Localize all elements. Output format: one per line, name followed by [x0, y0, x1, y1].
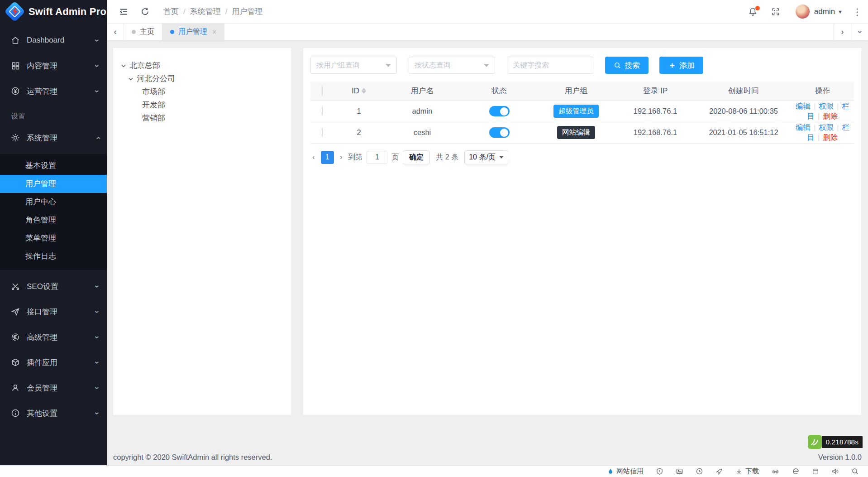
permission-link[interactable]: 权限 — [819, 102, 834, 110]
caret-down-icon — [386, 64, 391, 67]
paper-plane-icon — [11, 307, 20, 316]
sidebar-item-label: 插件应用 — [27, 357, 57, 368]
pagination: ‹ 1 › 到第 页 确定 共 2 条 10 条/页 — [310, 150, 854, 164]
status-toggle[interactable] — [489, 106, 510, 116]
collapse-menu-icon[interactable] — [119, 7, 129, 17]
history-clock-icon[interactable] — [696, 467, 703, 475]
reading-mode-icon[interactable] — [771, 467, 780, 475]
status-toggle[interactable] — [489, 127, 510, 138]
refresh-icon[interactable] — [140, 7, 150, 16]
tabs-scroll-right[interactable]: › — [834, 24, 851, 40]
add-button[interactable]: ＋ 添加 — [659, 57, 703, 74]
chevron-down-icon: › — [93, 386, 101, 389]
tree-expand-icon[interactable] — [128, 76, 134, 82]
per-page-select[interactable]: 10 条/页 — [464, 150, 508, 164]
sidebar-menu: Dashboard › 内容管理 › 运营管理 › 设置 系统管理 › 基本设置… — [0, 23, 107, 422]
sidebar-subitem-user-management[interactable]: 用户管理 — [0, 175, 107, 193]
keyword-search-input[interactable] — [507, 57, 593, 74]
tree-node-leaf-dev[interactable]: 开发部 — [120, 98, 291, 111]
users-table: ID 用户名 状态 用户组 登录 IP 创建时间 操作 1 admin 超级管理… — [310, 82, 854, 144]
sidebar-item-system[interactable]: 系统管理 › — [0, 129, 107, 147]
tab-home[interactable]: 主页 — [124, 24, 162, 40]
prev-page-icon[interactable]: ‹ — [310, 153, 317, 162]
tree-node-branch[interactable]: 河北分公司 — [120, 72, 291, 85]
user-group-badge: 超级管理员 — [553, 105, 599, 118]
yen-icon — [11, 87, 20, 96]
load-time: 0.218788s — [822, 436, 863, 448]
sidebar-item-operation[interactable]: 运营管理 › — [0, 82, 107, 100]
image-icon[interactable] — [676, 467, 683, 475]
fullscreen-icon[interactable] — [771, 7, 780, 16]
sidebar-item-api[interactable]: 接口管理 › — [0, 303, 107, 321]
user-icon — [11, 383, 20, 392]
row-checkbox[interactable] — [322, 106, 323, 116]
status-select[interactable]: 按状态查询 — [409, 57, 495, 74]
sidebar-subitem-operation-log[interactable]: 操作日志 — [0, 247, 107, 265]
breadcrumb-users[interactable]: 用户管理 — [232, 6, 262, 17]
sound-icon[interactable] — [831, 467, 839, 475]
search-page-icon[interactable] — [851, 467, 859, 475]
sidebar-subitem-user-center[interactable]: 用户中心 — [0, 193, 107, 211]
page-footer: copyright © 2020 SwiftAdmin all rights r… — [113, 453, 862, 462]
page-number-button[interactable]: 1 — [321, 151, 334, 164]
tree-node-root[interactable]: 北京总部 — [120, 59, 291, 72]
notifications-bell-icon[interactable] — [748, 7, 758, 16]
user-table-panel: 按用户组查询 按状态查询 搜索 ＋ 添加 ID 用户名 状态 用户组 登录 IP — [303, 48, 861, 415]
breadcrumb-system[interactable]: 系统管理 — [190, 6, 221, 17]
window-split-icon[interactable] — [812, 468, 819, 475]
goto-page-input[interactable] — [367, 151, 387, 164]
app-title: Swift Admin Pro — [29, 6, 106, 18]
sidebar-item-dashboard[interactable]: Dashboard › — [0, 31, 107, 49]
sidebar-item-other[interactable]: 其他设置 › — [0, 404, 107, 422]
sidebar-item-label: 运营管理 — [27, 86, 57, 96]
more-options-icon[interactable]: ⋮ — [853, 6, 862, 17]
shield-icon[interactable] — [656, 467, 663, 475]
user-menu[interactable]: admin ▼ — [814, 7, 843, 16]
close-icon[interactable]: × — [212, 28, 216, 36]
tree-node-leaf-sales[interactable]: 营销部 — [120, 111, 291, 125]
rocket-icon[interactable] — [715, 467, 723, 475]
chevron-down-icon: › — [93, 412, 101, 414]
site-credit-item[interactable]: 网站信用 — [607, 467, 644, 476]
box-icon — [11, 358, 20, 367]
cell-username: admin — [384, 101, 461, 122]
sidebar-item-advanced[interactable]: 高级管理 › — [0, 328, 107, 346]
sidebar-subitem-role-management[interactable]: 角色管理 — [0, 211, 107, 229]
sidebar-subitem-basic-settings[interactable]: 基本设置 — [0, 157, 107, 175]
sidebar-section-label: 设置 — [0, 107, 107, 129]
tree-expand-icon[interactable] — [120, 63, 127, 69]
sidebar-item-plugins[interactable]: 插件应用 › — [0, 353, 107, 371]
chevron-down-icon: › — [93, 310, 101, 313]
tab-user-management[interactable]: 用户管理 × — [162, 24, 224, 40]
tabs-menu-dropdown[interactable]: › — [851, 24, 868, 40]
search-button[interactable]: 搜索 — [605, 57, 649, 74]
tree-node-leaf-market[interactable]: 市场部 — [120, 85, 291, 98]
breadcrumb-home[interactable]: 首页 — [163, 6, 179, 17]
row-checkbox[interactable] — [322, 128, 323, 137]
delete-link[interactable]: 删除 — [823, 133, 838, 141]
tabs-scroll-left[interactable]: ‹ — [107, 24, 124, 40]
next-page-icon[interactable]: › — [338, 153, 344, 162]
download-item[interactable]: 下载 — [735, 467, 759, 476]
sort-icon[interactable] — [362, 88, 366, 94]
chevron-down-icon: › — [93, 361, 101, 364]
user-group-select[interactable]: 按用户组查询 — [310, 57, 397, 74]
confirm-page-button[interactable]: 确定 — [403, 150, 430, 164]
delete-link[interactable]: 删除 — [823, 112, 838, 120]
sidebar-subitem-menu-management[interactable]: 菜单管理 — [0, 229, 107, 247]
select-all-checkbox[interactable] — [322, 86, 323, 96]
sidebar-item-seo[interactable]: SEO设置 › — [0, 277, 107, 295]
sidebar-item-members[interactable]: 会员管理 › — [0, 379, 107, 397]
edit-link[interactable]: 编辑 — [796, 123, 811, 131]
goto-label: 到第 — [348, 153, 362, 162]
edit-link[interactable]: 编辑 — [796, 102, 811, 110]
user-avatar[interactable] — [796, 5, 810, 19]
permission-link[interactable]: 权限 — [819, 123, 834, 131]
ie-mode-icon[interactable] — [792, 467, 800, 475]
sidebar-item-label: Dashboard — [27, 36, 64, 45]
app-logo[interactable]: Swift Admin Pro — [0, 0, 107, 23]
sidebar-item-content[interactable]: 内容管理 › — [0, 57, 107, 75]
plus-icon: ＋ — [668, 60, 676, 71]
search-icon — [614, 62, 621, 69]
notification-dot — [755, 6, 760, 10]
